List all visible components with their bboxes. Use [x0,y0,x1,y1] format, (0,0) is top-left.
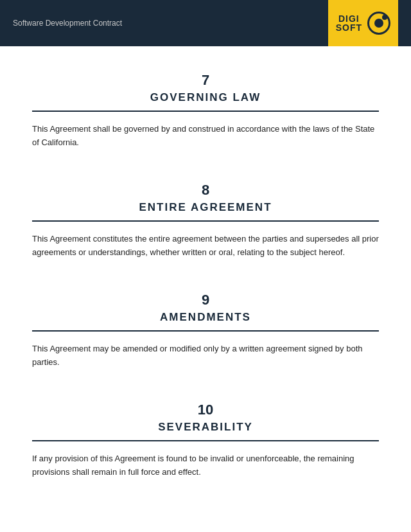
section-9-divider [32,330,379,332]
section-8-divider [32,220,379,222]
section-10-number: 10 [32,402,379,418]
section-10-title: SEVERABILITY [32,421,379,434]
section-7-divider [32,111,379,112]
content: 7 GOVERNING LAW This Agreement shall be … [0,46,411,524]
section-10-divider [32,440,379,441]
logo-soft: SOFT [336,23,362,32]
section-10-body: If any provision of this Agreement is fo… [32,452,379,479]
logo-digi: DIGI [338,14,360,23]
section-8: 8 ENTIRE AGREEMENT This Agreement consti… [32,169,379,260]
section-9: 9 AMENDMENTS This Agreement may be amend… [32,279,379,369]
header-title: Software Development Contract [13,19,122,28]
logo-container: DIGI SOFT [328,0,398,46]
section-7-body: This Agreement shall be governed by and … [32,122,379,150]
section-9-number: 9 [32,292,379,308]
section-8-number: 8 [32,182,379,199]
page: Software Development Contract DIGI SOFT … [0,0,411,532]
logo-text: DIGI SOFT [336,14,362,32]
section-8-body: This Agreement constitutes the entire ag… [32,232,379,260]
section-10: 10 SEVERABILITY If any provision of this… [32,389,379,479]
section-7-number: 7 [32,72,379,89]
logo-icon [367,12,390,35]
section-8-title: ENTIRE AGREEMENT [32,201,379,214]
section-9-title: AMENDMENTS [32,311,379,324]
section-9-body: This Agreement may be amended or modifie… [32,342,379,369]
section-7-title: GOVERNING LAW [32,91,379,104]
page-number: 4 [0,524,411,533]
section-7: 7 GOVERNING LAW This Agreement shall be … [32,59,379,150]
header: Software Development Contract DIGI SOFT [0,0,411,46]
